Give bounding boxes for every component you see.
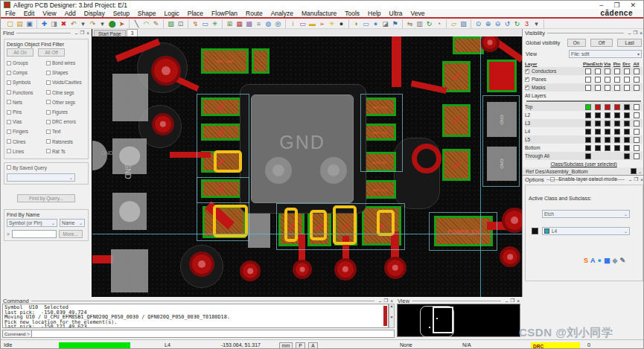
delete-icon[interactable]: ✖ bbox=[59, 19, 68, 28]
by-saved-query-checkbox[interactable] bbox=[7, 165, 11, 170]
zoom-previous-icon[interactable]: ↺ bbox=[503, 19, 512, 28]
layer-color-swatch[interactable] bbox=[585, 129, 591, 135]
column-header-via[interactable]: Via bbox=[602, 61, 612, 66]
zoom-in-icon[interactable]: ⊕ bbox=[483, 19, 493, 28]
label-icon[interactable]: ▭ bbox=[298, 19, 307, 28]
layer-color-swatch[interactable] bbox=[605, 137, 610, 143]
all-off-button[interactable]: All Off bbox=[38, 48, 65, 57]
find-filter-pins[interactable]: Pins bbox=[7, 109, 46, 115]
new-drawing-icon[interactable]: ▢ bbox=[5, 19, 15, 28]
visibility-checkbox[interactable] bbox=[605, 85, 610, 91]
layer-color-swatch[interactable] bbox=[585, 112, 591, 118]
flip-icon[interactable]: ⇋ bbox=[405, 19, 415, 28]
layer-color-swatch[interactable] bbox=[605, 129, 610, 135]
layer-group-checkbox[interactable] bbox=[525, 86, 529, 90]
waive-drc-icon[interactable]: ● bbox=[337, 19, 346, 28]
menu-analyze[interactable]: Analyze bbox=[271, 10, 293, 17]
copy-icon[interactable]: ▱ bbox=[449, 19, 459, 28]
find-filter-drc-errors[interactable]: DRC errors bbox=[46, 119, 86, 124]
world-view-icon[interactable]: ◎ bbox=[273, 19, 283, 28]
visibility-checkbox[interactable] bbox=[595, 85, 601, 91]
layer-all-checkbox[interactable] bbox=[634, 145, 640, 151]
find-filter-figures[interactable]: Figures bbox=[46, 109, 86, 115]
layer-row-l2[interactable]: L2 bbox=[525, 112, 583, 118]
view-close-icon[interactable]: × bbox=[517, 298, 520, 304]
layer-row-l3[interactable]: L3 bbox=[525, 121, 583, 126]
visibility-last-button[interactable]: Last bbox=[617, 39, 642, 47]
layer-color-swatch[interactable] bbox=[595, 121, 601, 127]
menu-add[interactable]: Add bbox=[65, 10, 76, 17]
tab-start-page[interactable]: Start Page bbox=[94, 30, 126, 36]
layer-color-swatch[interactable] bbox=[595, 145, 601, 151]
layer-color-swatch[interactable] bbox=[614, 129, 620, 135]
menu-place[interactable]: Place bbox=[188, 10, 203, 17]
layer-color-swatch[interactable] bbox=[605, 145, 610, 151]
visibility-checkbox[interactable] bbox=[585, 85, 591, 91]
name-mode-dropdown[interactable]: Name⌄ bbox=[60, 219, 85, 227]
menu-logic[interactable]: Logic bbox=[164, 10, 179, 17]
find-filter-ratsnests[interactable]: Ratsnests bbox=[46, 139, 86, 144]
spin-icon[interactable]: ↻ bbox=[424, 19, 434, 28]
layer-all-checkbox[interactable] bbox=[634, 129, 640, 135]
layer-color-swatch[interactable] bbox=[585, 137, 591, 143]
find-filter-groups[interactable]: Groups bbox=[7, 60, 46, 65]
menu-file[interactable]: File bbox=[5, 10, 16, 17]
close-button[interactable]: ✕ bbox=[630, 1, 636, 9]
options-close-icon[interactable]: × bbox=[640, 177, 643, 182]
add-arc-icon[interactable]: ◠ bbox=[141, 19, 151, 28]
layer-color-swatch[interactable] bbox=[614, 145, 620, 151]
zoom-out-icon[interactable]: ⊖ bbox=[493, 19, 503, 28]
layer-color-swatch[interactable] bbox=[585, 104, 591, 110]
menu-display[interactable]: Display bbox=[84, 10, 105, 17]
name-search-input[interactable] bbox=[12, 230, 57, 238]
layer-color-swatch[interactable] bbox=[624, 137, 630, 143]
ratsnest-icon[interactable]: ✳ bbox=[210, 19, 220, 28]
circle-shape-icon[interactable]: ● bbox=[371, 19, 380, 28]
flag-icon[interactable]: ⚑ bbox=[390, 19, 400, 28]
class-subclass-link[interactable]: Class/Subclass (user selected) bbox=[523, 161, 644, 167]
visibility-off-button[interactable]: Off bbox=[590, 39, 613, 47]
units-button[interactable]: mm bbox=[279, 342, 293, 349]
layer-color-swatch[interactable] bbox=[624, 104, 630, 110]
window-select-icon[interactable]: ▭ bbox=[200, 19, 210, 28]
visibility-checkbox[interactable] bbox=[585, 68, 591, 74]
probe-icon[interactable]: ➢ bbox=[317, 19, 327, 28]
redo-icon[interactable]: ↷ bbox=[88, 19, 98, 28]
find-filter-cline-segs[interactable]: Cline segs bbox=[46, 90, 86, 95]
ime-mic-icon[interactable]: ● bbox=[598, 257, 602, 264]
visibility-checkbox[interactable] bbox=[605, 77, 610, 83]
visibility-checkbox[interactable] bbox=[614, 68, 620, 74]
find-filter-lines[interactable]: Lines bbox=[7, 149, 46, 154]
menu-flowplan[interactable]: FlowPlan bbox=[211, 10, 237, 17]
padstack-icon[interactable]: ◍ bbox=[264, 19, 273, 28]
layer-all-checkbox[interactable] bbox=[634, 137, 640, 143]
layer-color-swatch[interactable] bbox=[585, 153, 591, 159]
measure-icon[interactable]: ▬ bbox=[307, 19, 317, 28]
find-filter-shapes[interactable]: Shapes bbox=[46, 70, 86, 75]
ime-toolbox-icon[interactable]: ◆ bbox=[612, 257, 617, 264]
menu-route[interactable]: Route bbox=[246, 10, 263, 17]
view-float-icon[interactable]: ❐ bbox=[510, 298, 514, 304]
undo-icon[interactable]: ↶ bbox=[68, 19, 78, 28]
cross-section-icon[interactable]: ≡ bbox=[254, 19, 264, 28]
find-filter-clines[interactable]: Clines bbox=[7, 139, 46, 144]
board-minimap[interactable] bbox=[397, 304, 520, 337]
pcb-canvas[interactable]: BMC / GNDBMC / PGBMC / PGBUCK INTBMC / P… bbox=[92, 36, 522, 297]
layer-color-swatch[interactable] bbox=[595, 112, 601, 118]
menu-setup[interactable]: Setup bbox=[113, 10, 130, 17]
application-mode-button[interactable]: A bbox=[308, 342, 318, 349]
options-float-icon[interactable]: ❐ bbox=[634, 176, 638, 182]
active-subclass-dropdown[interactable]: L4⌄ bbox=[542, 227, 630, 235]
layer-color-swatch[interactable] bbox=[614, 104, 620, 110]
layer-color-swatch[interactable] bbox=[624, 112, 630, 118]
view-minimize-icon[interactable]: – bbox=[506, 298, 508, 304]
highlight-icon[interactable]: ⬤ bbox=[107, 19, 117, 28]
layer-row-l4[interactable]: L4 bbox=[525, 129, 583, 134]
pick-icon[interactable]: ◪ bbox=[380, 19, 390, 28]
visibility-minimize-icon[interactable]: – bbox=[628, 31, 631, 36]
add-line-icon[interactable]: ╲ bbox=[132, 19, 141, 28]
find-filter-comps[interactable]: Comps bbox=[7, 70, 46, 75]
minimap-view-rect[interactable] bbox=[433, 307, 453, 333]
tab-3[interactable]: 3 bbox=[127, 29, 138, 36]
visibility-checkbox[interactable] bbox=[614, 85, 620, 91]
